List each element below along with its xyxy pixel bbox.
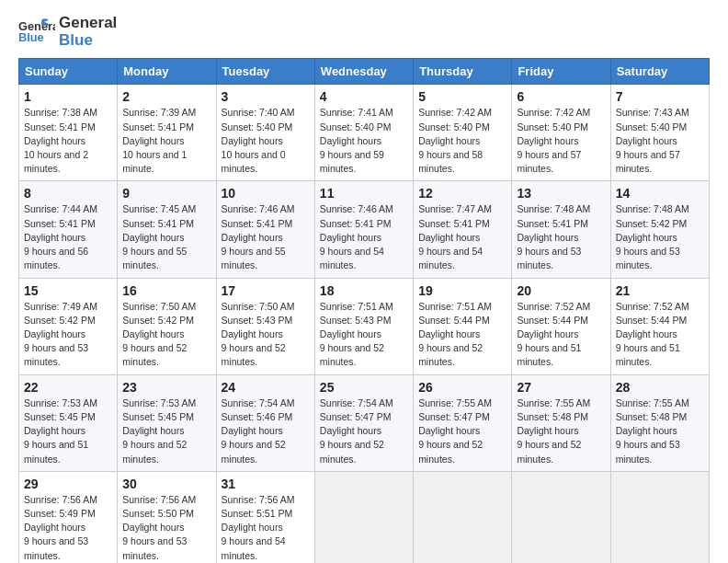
calendar-cell: 7 Sunrise: 7:43 AM Sunset: 5:40 PM Dayli… [610,85,709,181]
day-number: 9 [122,186,210,201]
day-number: 1 [24,89,112,104]
day-number: 6 [517,89,605,104]
day-info: Sunrise: 7:55 AM Sunset: 5:48 PM Dayligh… [517,396,605,466]
calendar-cell: 1 Sunrise: 7:38 AM Sunset: 5:41 PM Dayli… [19,85,118,181]
calendar-cell: 27 Sunrise: 7:55 AM Sunset: 5:48 PM Dayl… [512,374,610,471]
calendar-cell: 10 Sunrise: 7:46 AM Sunset: 5:41 PM Dayl… [216,181,314,278]
calendar-cell: 5 Sunrise: 7:42 AM Sunset: 5:40 PM Dayli… [414,85,512,181]
day-info: Sunrise: 7:43 AM Sunset: 5:40 PM Dayligh… [616,106,704,176]
weekday-header-monday: Monday [118,59,216,85]
calendar-cell: 8 Sunrise: 7:44 AM Sunset: 5:41 PM Dayli… [19,181,118,278]
day-info: Sunrise: 7:48 AM Sunset: 5:41 PM Dayligh… [517,202,605,272]
day-info: Sunrise: 7:52 AM Sunset: 5:44 PM Dayligh… [517,300,605,370]
weekday-header-tuesday: Tuesday [216,59,314,85]
weekday-header-wednesday: Wednesday [314,59,413,85]
day-number: 8 [24,186,112,201]
calendar-cell: 30 Sunrise: 7:56 AM Sunset: 5:50 PM Dayl… [118,471,216,563]
calendar-cell [314,471,413,563]
calendar-cell: 18 Sunrise: 7:51 AM Sunset: 5:43 PM Dayl… [314,278,413,374]
calendar-cell: 24 Sunrise: 7:54 AM Sunset: 5:46 PM Dayl… [216,374,314,471]
day-number: 27 [517,380,605,395]
day-number: 12 [418,186,506,201]
day-info: Sunrise: 7:56 AM Sunset: 5:50 PM Dayligh… [122,493,210,563]
day-info: Sunrise: 7:55 AM Sunset: 5:47 PM Dayligh… [418,396,506,466]
day-info: Sunrise: 7:56 AM Sunset: 5:49 PM Dayligh… [24,493,112,563]
calendar-cell [610,471,709,563]
weekday-header-thursday: Thursday [414,59,512,85]
day-info: Sunrise: 7:46 AM Sunset: 5:41 PM Dayligh… [320,202,408,272]
calendar-cell [414,471,512,563]
calendar-cell: 31 Sunrise: 7:56 AM Sunset: 5:51 PM Dayl… [216,471,314,563]
calendar-cell: 28 Sunrise: 7:55 AM Sunset: 5:48 PM Dayl… [610,374,709,471]
calendar-cell: 29 Sunrise: 7:56 AM Sunset: 5:49 PM Dayl… [19,471,118,563]
calendar-cell: 23 Sunrise: 7:53 AM Sunset: 5:45 PM Dayl… [118,374,216,471]
day-number: 16 [122,283,210,298]
calendar-cell: 14 Sunrise: 7:48 AM Sunset: 5:42 PM Dayl… [610,181,709,278]
day-number: 28 [616,380,704,395]
calendar-cell: 15 Sunrise: 7:49 AM Sunset: 5:42 PM Dayl… [19,278,118,374]
day-info: Sunrise: 7:46 AM Sunset: 5:41 PM Dayligh… [222,202,310,272]
calendar-week-row: 1 Sunrise: 7:38 AM Sunset: 5:41 PM Dayli… [19,85,710,181]
calendar-cell: 25 Sunrise: 7:54 AM Sunset: 5:47 PM Dayl… [314,374,413,471]
day-info: Sunrise: 7:54 AM Sunset: 5:47 PM Dayligh… [320,396,408,466]
day-number: 25 [320,380,408,395]
day-info: Sunrise: 7:44 AM Sunset: 5:41 PM Dayligh… [24,202,112,272]
calendar-cell: 3 Sunrise: 7:40 AM Sunset: 5:40 PM Dayli… [216,85,314,181]
day-number: 10 [222,186,310,201]
weekday-header-friday: Friday [512,59,610,85]
calendar-cell: 22 Sunrise: 7:53 AM Sunset: 5:45 PM Dayl… [19,374,118,471]
day-info: Sunrise: 7:40 AM Sunset: 5:40 PM Dayligh… [222,106,310,176]
weekday-header-row: SundayMondayTuesdayWednesdayThursdayFrid… [19,59,710,85]
day-info: Sunrise: 7:50 AM Sunset: 5:42 PM Dayligh… [122,300,210,370]
day-number: 17 [222,283,310,298]
logo-text-line2: Blue [59,32,117,50]
day-number: 29 [24,477,112,491]
day-number: 4 [320,89,408,104]
day-info: Sunrise: 7:49 AM Sunset: 5:42 PM Dayligh… [24,300,112,370]
day-info: Sunrise: 7:47 AM Sunset: 5:41 PM Dayligh… [418,202,506,272]
day-info: Sunrise: 7:45 AM Sunset: 5:41 PM Dayligh… [122,202,210,272]
calendar-cell: 11 Sunrise: 7:46 AM Sunset: 5:41 PM Dayl… [314,181,413,278]
day-number: 18 [320,283,408,298]
calendar-cell: 12 Sunrise: 7:47 AM Sunset: 5:41 PM Dayl… [414,181,512,278]
day-number: 31 [222,477,310,491]
calendar-week-row: 29 Sunrise: 7:56 AM Sunset: 5:49 PM Dayl… [19,471,710,563]
calendar-cell: 13 Sunrise: 7:48 AM Sunset: 5:41 PM Dayl… [512,181,610,278]
calendar-week-row: 22 Sunrise: 7:53 AM Sunset: 5:45 PM Dayl… [19,374,710,471]
calendar-week-row: 8 Sunrise: 7:44 AM Sunset: 5:41 PM Dayli… [19,181,710,278]
day-number: 13 [517,186,605,201]
weekday-header-saturday: Saturday [610,59,709,85]
day-number: 3 [222,89,310,104]
day-number: 21 [616,283,704,298]
day-number: 15 [24,283,112,298]
day-number: 7 [616,89,704,104]
day-info: Sunrise: 7:41 AM Sunset: 5:40 PM Dayligh… [320,106,408,176]
day-number: 2 [122,89,210,104]
day-number: 30 [122,477,210,491]
calendar-week-row: 15 Sunrise: 7:49 AM Sunset: 5:42 PM Dayl… [19,278,710,374]
calendar-cell: 20 Sunrise: 7:52 AM Sunset: 5:44 PM Dayl… [512,278,610,374]
calendar-cell: 4 Sunrise: 7:41 AM Sunset: 5:40 PM Dayli… [314,85,413,181]
day-number: 22 [24,380,112,395]
day-info: Sunrise: 7:53 AM Sunset: 5:45 PM Dayligh… [24,396,112,466]
page: General Blue General Blue SundayMondayTu… [0,0,728,563]
logo-text-line1: General [59,15,117,32]
calendar-cell: 21 Sunrise: 7:52 AM Sunset: 5:44 PM Dayl… [610,278,709,374]
day-number: 11 [320,186,408,201]
day-info: Sunrise: 7:53 AM Sunset: 5:45 PM Dayligh… [122,396,210,466]
day-number: 24 [222,380,310,395]
svg-text:Blue: Blue [18,30,44,44]
calendar-table: SundayMondayTuesdayWednesdayThursdayFrid… [18,58,710,563]
calendar-cell: 19 Sunrise: 7:51 AM Sunset: 5:44 PM Dayl… [414,278,512,374]
day-number: 19 [418,283,506,298]
day-number: 26 [418,380,506,395]
header: General Blue General Blue [18,15,710,49]
day-info: Sunrise: 7:51 AM Sunset: 5:44 PM Dayligh… [418,300,506,370]
day-info: Sunrise: 7:55 AM Sunset: 5:48 PM Dayligh… [616,396,704,466]
logo: General Blue General Blue [18,15,117,49]
day-info: Sunrise: 7:50 AM Sunset: 5:43 PM Dayligh… [222,300,310,370]
calendar-cell: 26 Sunrise: 7:55 AM Sunset: 5:47 PM Dayl… [414,374,512,471]
calendar-cell: 2 Sunrise: 7:39 AM Sunset: 5:41 PM Dayli… [118,85,216,181]
weekday-header-sunday: Sunday [19,59,118,85]
day-info: Sunrise: 7:52 AM Sunset: 5:44 PM Dayligh… [616,300,704,370]
